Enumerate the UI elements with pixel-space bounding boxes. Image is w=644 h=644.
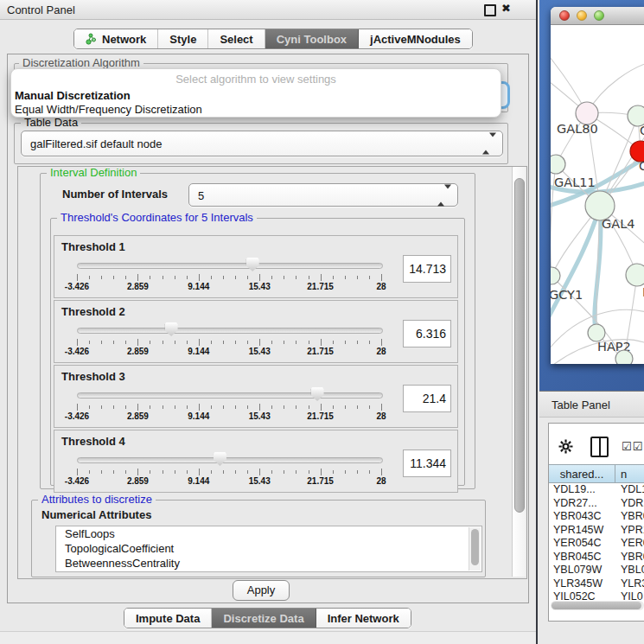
network-node[interactable]	[551, 155, 565, 174]
table-cell-name[interactable]: YDL1	[615, 483, 644, 497]
tab-infer-network[interactable]: Infer Network	[316, 609, 411, 628]
minimize-traffic-light-icon[interactable]	[577, 10, 587, 21]
network-node[interactable]	[626, 264, 644, 286]
slider-handle[interactable]	[311, 387, 324, 401]
vertical-scrollbar[interactable]	[512, 167, 526, 577]
column-layout-icon[interactable]	[590, 437, 609, 457]
slider-ticks	[77, 404, 381, 411]
network-window-titlebar[interactable]	[551, 7, 644, 25]
threshold-value-field[interactable]: 6.316	[403, 320, 451, 348]
checkbox-columns-icon[interactable]: ☑☑	[622, 440, 643, 453]
table-cell-shared-name[interactable]: YBR043C	[549, 510, 615, 524]
attribute-item-topologicalcoefficient[interactable]: TopologicalCoefficient	[56, 541, 481, 556]
table-row[interactable]: YBL079WYBL0	[549, 564, 644, 577]
slider-handle[interactable]	[165, 322, 178, 336]
network-node[interactable]	[551, 267, 560, 284]
slider-track[interactable]	[77, 263, 383, 269]
algorithm-dropdown-popup: Select algorithm to view settings Manual…	[10, 68, 501, 118]
table-header-row: shared... n	[549, 464, 644, 483]
table-row[interactable]: YDR27...YDR2	[549, 497, 644, 511]
float-window-icon[interactable]	[484, 4, 496, 16]
table-cell-name[interactable]: YBR0	[615, 510, 644, 524]
tab-jactivemnodules[interactable]: jActiveMNodules	[359, 29, 472, 48]
tick-mark	[235, 276, 236, 279]
table-data-combobox[interactable]: galFiltered.sif default node	[21, 131, 503, 156]
network-node-label: GAL80	[557, 122, 598, 136]
list-scrollbar[interactable]	[469, 527, 481, 571]
tick-mark	[381, 404, 382, 411]
tick-mark	[345, 405, 346, 409]
gear-icon[interactable]	[558, 439, 573, 456]
numerical-attributes-list[interactable]: SelfLoopsTopologicalCoefficientBetweenne…	[55, 526, 482, 572]
table-cell-shared-name[interactable]: YBR045C	[549, 551, 615, 564]
tick-mark	[137, 339, 138, 346]
tick-mark	[113, 405, 114, 409]
slider-track[interactable]	[77, 328, 383, 334]
tab-discretize-data[interactable]: Discretize Data	[212, 609, 316, 628]
table-row[interactable]: YLR345WYLR3	[549, 577, 644, 591]
attribute-item-betweennesscentrality[interactable]: BetweennessCentrality	[56, 556, 481, 571]
tick-mark	[247, 405, 248, 409]
table-row[interactable]: YER054CYER0	[549, 537, 644, 551]
table-cell-shared-name[interactable]: YPR145W	[549, 524, 615, 538]
algorithm-option-manual-discretization[interactable]: Manual Discretization	[11, 89, 501, 103]
close-traffic-light-icon[interactable]	[559, 10, 570, 21]
panel-title: Control Panel	[7, 3, 75, 16]
network-node[interactable]	[585, 191, 615, 220]
table-cell-shared-name[interactable]: YLR345W	[549, 577, 615, 591]
table-row[interactable]: YBR045CYBR0	[549, 551, 644, 564]
apply-button[interactable]: Apply	[233, 580, 290, 601]
network-node[interactable]	[615, 350, 633, 364]
tab-select[interactable]: Select	[208, 29, 265, 48]
threshold-value-field[interactable]: 14.713	[403, 255, 451, 283]
tab-cyni-toolbox[interactable]: Cyni Toolbox	[265, 29, 359, 48]
threshold-value-field[interactable]: 21.4	[403, 385, 451, 412]
table-row[interactable]: YPR145WYPR1	[549, 524, 644, 538]
column-header-shared[interactable]: shared...	[549, 464, 615, 483]
table-cell-shared-name[interactable]: YBL079W	[549, 564, 615, 577]
algorithm-option-equal-width-frequency-discretization[interactable]: Equal Width/Frequency Discretization	[11, 103, 501, 117]
tick-mark	[113, 341, 114, 344]
slider-tick-labels: -3.4262.8599.14415.4321.71528	[77, 347, 381, 357]
attribute-item-selfloops[interactable]: SelfLoops	[56, 526, 481, 541]
column-header-name[interactable]: n	[615, 464, 644, 483]
vertical-scrollbar-thumb[interactable]	[514, 178, 525, 513]
algorithm-dropdown-prompt: Select algorithm to view settings	[11, 69, 501, 89]
table-cell-name[interactable]: YBR0	[615, 551, 644, 564]
table-cell-name[interactable]: YBL0	[615, 564, 644, 577]
table-row[interactable]: YDL19...YDL1	[549, 483, 644, 497]
table-cell-name[interactable]: YER0	[615, 537, 644, 551]
table-row[interactable]: YBR043CYBR0	[549, 510, 644, 524]
number-of-intervals-combobox[interactable]: 5	[188, 183, 458, 207]
threshold-value-field[interactable]: 11.344	[403, 450, 451, 477]
network-node-label: GAL11	[554, 175, 596, 189]
desktop-background: GAL80GACGAL11GAL4GCY1HHAP2	[539, 0, 644, 391]
table-cell-shared-name[interactable]: YDL19...	[549, 483, 615, 497]
slider-handle[interactable]	[246, 258, 259, 271]
tab-label: Network	[102, 33, 146, 46]
table-cell-name[interactable]: YLR3	[615, 577, 644, 591]
tick-mark	[187, 341, 188, 344]
horizontal-scrollbar-thumb[interactable]	[552, 602, 641, 609]
network-node[interactable]	[588, 324, 605, 341]
network-canvas[interactable]: GAL80GACGAL11GAL4GCY1HHAP2	[551, 25, 644, 364]
tab-style[interactable]: Style	[158, 29, 208, 48]
slider-track[interactable]	[77, 457, 383, 463]
list-scrollbar-thumb[interactable]	[471, 529, 479, 565]
horizontal-scrollbar[interactable]	[551, 601, 644, 610]
table-cell-name[interactable]: YPR1	[615, 524, 644, 538]
tab-impute-data[interactable]: Impute Data	[124, 609, 212, 628]
table-cell-shared-name[interactable]: YDR27...	[549, 497, 615, 511]
close-icon[interactable]: ✖	[501, 2, 511, 15]
slider-handle[interactable]	[214, 452, 226, 466]
tick-label: 15.43	[249, 476, 271, 486]
tab-network[interactable]: Network	[74, 29, 158, 48]
network-view-window[interactable]: GAL80GACGAL11GAL4GCY1HHAP2	[551, 7, 644, 364]
zoom-traffic-light-icon[interactable]	[594, 10, 604, 21]
network-node-label: GAL4	[602, 217, 634, 231]
slider-track[interactable]	[77, 392, 383, 399]
table-cell-name[interactable]: YDR2	[615, 497, 644, 511]
table-cell-shared-name[interactable]: YER054C	[549, 537, 615, 551]
tick-mark	[199, 404, 200, 411]
slider-tick-labels: -3.4262.8599.14415.4321.71528	[77, 282, 381, 292]
